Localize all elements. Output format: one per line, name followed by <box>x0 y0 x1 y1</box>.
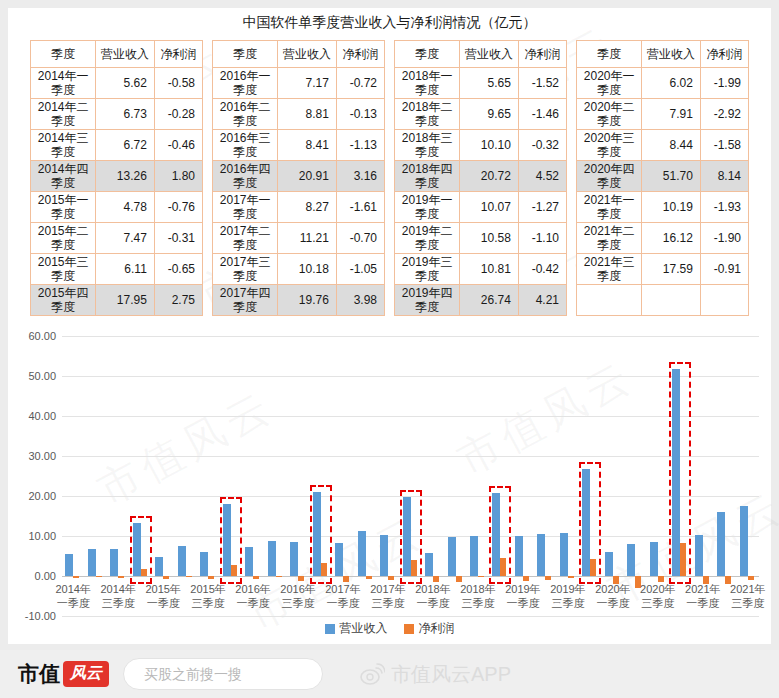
quarter-table: 季度营业收入净利润2020年一季度6.02-1.992020年二季度7.91-2… <box>576 40 749 316</box>
table-header: 季度 <box>577 41 642 68</box>
cell-netprofit: 4.52 <box>518 161 566 192</box>
cell-quarter: 2018年四季度 <box>395 161 460 192</box>
cell-netprofit: -0.72 <box>336 68 384 99</box>
x-tick-label: 2021年 三季度 <box>725 582 771 610</box>
table-row: 2019年四季度26.744.21 <box>395 285 567 316</box>
cell-netprofit: -0.65 <box>154 254 202 285</box>
profit-bar <box>276 576 282 577</box>
cell-revenue: 7.17 <box>278 68 336 99</box>
cell-netprofit: -1.99 <box>700 68 748 99</box>
cell-revenue: 13.26 <box>96 161 154 192</box>
quarter-table: 季度营业收入净利润2016年一季度7.17-0.722016年二季度8.81-0… <box>212 40 385 316</box>
x-tick-label: 2016年 三季度 <box>275 582 321 610</box>
revenue-bar <box>448 537 456 576</box>
table-row: 2016年二季度8.81-0.13 <box>213 99 385 130</box>
revenue-bar <box>717 512 725 577</box>
cell-quarter: 2019年二季度 <box>395 223 460 254</box>
x-tick-label: 2019年 三季度 <box>545 582 591 610</box>
profit-bar <box>118 576 124 578</box>
revenue-bar <box>178 546 186 576</box>
table-row: 2021年一季度10.19-1.93 <box>577 192 749 223</box>
q4-highlight-box <box>579 462 601 584</box>
cell-quarter: 2015年一季度 <box>31 192 96 223</box>
table-row: 2015年四季度17.952.75 <box>31 285 203 316</box>
x-tick-label: 2015年 三季度 <box>185 582 231 610</box>
cell-revenue: 7.91 <box>642 99 700 130</box>
table-header: 营业收入 <box>278 41 336 68</box>
revenue-bar <box>515 536 523 576</box>
cell-quarter: 2019年三季度 <box>395 254 460 285</box>
cell-quarter: 2019年一季度 <box>395 192 460 223</box>
x-tick-label: 2017年 三季度 <box>365 582 411 610</box>
table-row: 2020年三季度8.44-1.58 <box>577 130 749 161</box>
profit-bar <box>366 576 372 579</box>
brand-logo: 市值 风云 <box>18 660 109 688</box>
cell-netprofit: -0.32 <box>518 130 566 161</box>
app-watermark: 市值风云APP <box>359 661 511 688</box>
cell-netprofit: -1.13 <box>336 130 384 161</box>
x-tick-label: 2020年 三季度 <box>635 582 681 610</box>
cell-netprofit: -0.70 <box>336 223 384 254</box>
revenue-bar <box>425 553 433 576</box>
table-row: 2014年四季度13.261.80 <box>31 161 203 192</box>
cell-quarter: 2015年二季度 <box>31 223 96 254</box>
x-tick-label: 2018年 三季度 <box>455 582 501 610</box>
cell-revenue: 6.11 <box>96 254 154 285</box>
cell-netprofit: -1.46 <box>518 99 566 130</box>
search-box[interactable] <box>123 658 323 690</box>
profit-bar <box>456 576 462 582</box>
table-header: 季度 <box>395 41 460 68</box>
profit-bar <box>748 576 754 580</box>
table-header-row: 季度营业收入净利润 <box>577 41 749 68</box>
cell-quarter: 2014年二季度 <box>31 99 96 130</box>
revenue-bar <box>335 543 343 576</box>
cell-quarter: 2020年四季度 <box>577 161 642 192</box>
cell-netprofit: -1.90 <box>700 223 748 254</box>
table-row: 2015年一季度4.78-0.76 <box>31 192 203 223</box>
table-row: 2014年三季度6.72-0.46 <box>31 130 203 161</box>
x-tick-label: 2021年 一季度 <box>680 582 726 610</box>
table-header-row: 季度营业收入净利润 <box>31 41 203 68</box>
table-row: 2016年一季度7.17-0.72 <box>213 68 385 99</box>
bar-chart: 60.0050.0040.0030.0020.0010.000.00-10.00… <box>14 328 765 640</box>
cell-netprofit: 3.16 <box>336 161 384 192</box>
cell-revenue: 10.10 <box>460 130 518 161</box>
cell-revenue: 17.95 <box>96 285 154 316</box>
cell-revenue: 5.65 <box>460 68 518 99</box>
y-tick-label: 0.00 <box>14 570 56 582</box>
cell-revenue: 6.72 <box>96 130 154 161</box>
cell-netprofit: -2.92 <box>700 99 748 130</box>
cell-quarter: 2016年四季度 <box>213 161 278 192</box>
revenue-swatch-icon <box>325 624 335 634</box>
profit-bar <box>545 576 551 580</box>
revenue-bar <box>155 557 163 576</box>
weibo-icon <box>359 662 385 686</box>
revenue-bar <box>560 533 568 576</box>
cell-revenue <box>642 285 700 316</box>
x-tick-label: 2015年 一季度 <box>140 582 186 610</box>
chart-legend: 营业收入 净利润 <box>14 620 765 637</box>
cell-netprofit: 8.14 <box>700 161 748 192</box>
cell-quarter: 2021年一季度 <box>577 192 642 223</box>
cell-revenue: 20.72 <box>460 161 518 192</box>
revenue-bar <box>65 554 73 577</box>
table-row: 2017年四季度19.763.98 <box>213 285 385 316</box>
cell-quarter: 2015年四季度 <box>31 285 96 316</box>
revenue-bar <box>110 549 118 576</box>
revenue-bar <box>695 535 703 576</box>
cell-netprofit: -1.10 <box>518 223 566 254</box>
y-tick-label: 20.00 <box>14 490 56 502</box>
cell-quarter: 2017年三季度 <box>213 254 278 285</box>
cell-netprofit: -1.58 <box>700 130 748 161</box>
profit-bar <box>163 576 169 579</box>
cell-quarter: 2021年二季度 <box>577 223 642 254</box>
legend-label: 营业收入 <box>340 620 388 637</box>
table-row: 2019年二季度10.58-1.10 <box>395 223 567 254</box>
cell-quarter <box>577 285 642 316</box>
profit-bar <box>96 576 102 577</box>
search-input[interactable] <box>144 666 325 682</box>
cell-quarter: 2014年一季度 <box>31 68 96 99</box>
profit-bar <box>568 576 574 578</box>
cell-netprofit: -0.28 <box>154 99 202 130</box>
table-header: 净利润 <box>700 41 748 68</box>
